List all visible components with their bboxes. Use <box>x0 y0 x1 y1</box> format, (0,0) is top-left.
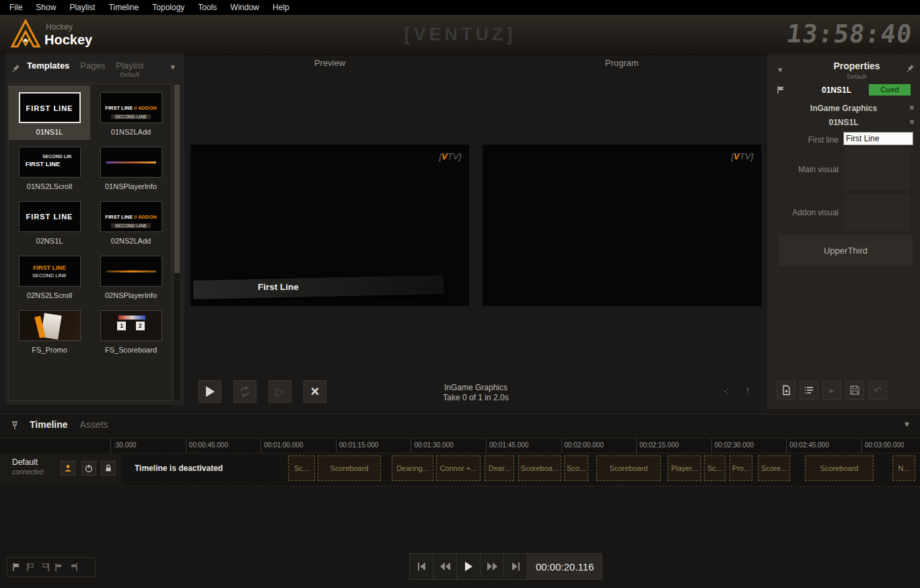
template-label: 02NS2LScroll <box>27 291 72 299</box>
panel-tab[interactable]: Pages <box>80 61 105 71</box>
timeline-clip[interactable]: Scoreboard <box>318 455 381 481</box>
add-to-playlist-button[interactable] <box>800 381 818 400</box>
panel-tab[interactable]: Templates <box>27 61 69 71</box>
template-item[interactable]: FS_Promo <box>9 303 90 358</box>
track-header: Default connected <box>0 453 121 485</box>
fast-forward-button[interactable] <box>481 554 504 579</box>
template-item[interactable]: FIRST LINE// ADDON SECOND LINE 02NS2LAdd <box>90 194 172 249</box>
timeline-tab[interactable]: Timeline <box>30 419 68 430</box>
marker-icon[interactable] <box>68 562 79 573</box>
pin-icon[interactable] <box>11 420 19 433</box>
operator-button[interactable] <box>61 461 75 476</box>
remove-step-button[interactable]: -: <box>719 384 734 398</box>
template-item[interactable]: FIRST LINE SECOND LINE 02NS2LScroll <box>9 249 90 303</box>
template-item[interactable]: FIRST LINE 01NS1L <box>9 85 90 140</box>
templates-scrollbar[interactable] <box>174 85 180 400</box>
panel-tab[interactable]: Playlist Default <box>116 61 143 78</box>
timeline-clip[interactable]: Dearing... <box>392 455 433 481</box>
timeline-clip[interactable]: Scoreboa... <box>518 455 561 481</box>
track-status: connected <box>12 468 43 476</box>
cued-status-badge: Cued <box>869 84 911 96</box>
timeline-tabs: TimelineAssets <box>30 419 108 430</box>
marker-icon[interactable] <box>26 562 36 573</box>
vtv-watermark: [VTV] <box>731 151 753 161</box>
main-visual-dropzone[interactable] <box>843 147 912 192</box>
lock-button[interactable] <box>101 461 116 476</box>
marker-icon[interactable] <box>40 562 50 573</box>
template-item[interactable]: 1 2 FS_Scoreboard <box>90 303 172 358</box>
menu-item[interactable]: Topology <box>145 1 191 14</box>
addon-visual-dropzone[interactable] <box>843 193 912 232</box>
marker-icon[interactable] <box>11 562 22 573</box>
menu-item[interactable]: Timeline <box>102 1 145 14</box>
stack-item-label: InGame Graphics <box>787 104 900 113</box>
take-info-line2: Take 0 of 1 in 2.0s <box>190 393 761 403</box>
pin-icon[interactable] <box>907 63 915 75</box>
menu-item[interactable]: Help <box>266 1 296 14</box>
preview-monitor: [VTV] First Line <box>190 145 469 306</box>
template-label: FS_Scoreboard <box>105 346 157 354</box>
timeline-clip[interactable]: Sc... <box>288 455 315 481</box>
timeline-clip[interactable]: Sc... <box>704 455 726 481</box>
main-visual-label: Main visual <box>767 165 839 174</box>
menu-item[interactable]: Window <box>223 1 266 14</box>
ruler-tick-label: 00:01:15.000 <box>336 439 411 453</box>
cued-page-name: 01NS1L <box>806 85 867 95</box>
power-button[interactable] <box>81 461 96 476</box>
go-to-end-button[interactable] <box>504 554 528 579</box>
template-item[interactable]: FIRST LINE// ADDON SECOND LINE 01NS2LAdd <box>90 85 172 140</box>
properties-toolbar: ▸ ↶ <box>777 381 887 400</box>
template-thumbnail: 1 2 <box>100 310 162 341</box>
timeline-clip[interactable]: Player... <box>668 455 701 481</box>
lock-icon <box>104 464 113 473</box>
chevron-down-icon[interactable]: ▾ <box>905 418 909 429</box>
close-icon[interactable]: × <box>909 102 915 113</box>
template-item[interactable]: 01NSPlayerInfo <box>90 140 172 194</box>
chevron-down-icon[interactable]: ▾ <box>170 62 175 72</box>
template-item[interactable]: SECOND LIN FIRST LINE 01NS2LScroll <box>9 140 90 194</box>
first-line-input[interactable] <box>843 132 913 145</box>
timeline-tab[interactable]: Assets <box>80 419 108 430</box>
save-button[interactable] <box>845 381 864 400</box>
timeline-clip[interactable]: Score... <box>758 455 790 481</box>
new-page-button[interactable] <box>777 381 795 400</box>
upperthird-button[interactable]: UpperThird <box>778 234 913 266</box>
properties-panel: ▾ Properties Default 01NS1L Cued InGame … <box>767 54 920 409</box>
template-thumbnail: FIRST LINE <box>19 92 81 123</box>
timeline-track[interactable]: Timeline is deactivated Sc...ScoreboardD… <box>121 453 920 486</box>
template-item[interactable]: FIRST LINE 02NS1L <box>9 194 90 249</box>
ruler-tick-label: 00:03:00.000 <box>861 439 920 453</box>
template-thumbnail <box>100 147 162 178</box>
properties-title: Properties <box>810 61 904 71</box>
timeline-clip[interactable]: Scoreboard <box>596 455 661 481</box>
vtv-watermark: [VTV] <box>439 151 461 161</box>
fast-forward-icon <box>487 562 498 571</box>
undo-button[interactable]: ↶ <box>868 381 887 400</box>
menu-item[interactable]: Playlist <box>63 1 102 14</box>
scrollbar-thumb[interactable] <box>174 85 180 273</box>
menu-item[interactable]: Show <box>29 1 63 14</box>
chevron-down-icon[interactable]: ▾ <box>778 65 783 75</box>
timeline-clip[interactable]: N... <box>892 455 915 481</box>
marker-icon[interactable] <box>54 562 65 573</box>
timeline-clip[interactable]: Connor +... <box>436 455 481 481</box>
play-button[interactable] <box>457 554 481 579</box>
close-icon[interactable]: × <box>909 116 915 127</box>
ruler-tick-label: 00:01:00.000 <box>260 439 336 453</box>
studio-clock: 13:58:40 <box>785 20 913 48</box>
timeline-clip[interactable]: Dear... <box>485 455 514 481</box>
pin-icon[interactable] <box>12 63 20 75</box>
menu-item[interactable]: Tools <box>191 1 223 14</box>
ruler-tick-label: 00:01:30.000 <box>411 439 486 453</box>
apply-button[interactable]: ▸ <box>822 381 841 400</box>
template-label: 01NS1L <box>36 128 63 136</box>
timeline-clip[interactable]: Scoreboard <box>805 455 874 481</box>
template-label: 01NSPlayerInfo <box>105 182 157 190</box>
template-item[interactable]: 02NSPlayerInfo <box>90 249 172 303</box>
timeline-clip[interactable]: Sco... <box>564 455 588 481</box>
alert-button[interactable]: ! <box>740 384 755 398</box>
rewind-button[interactable] <box>433 554 457 579</box>
timeline-clip[interactable]: Pro... <box>730 455 752 481</box>
menu-item[interactable]: File <box>3 1 29 14</box>
go-to-start-button[interactable] <box>410 554 433 579</box>
